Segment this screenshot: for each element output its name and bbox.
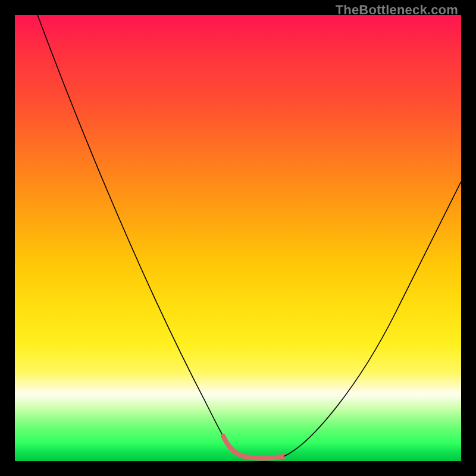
plot-area: [15, 15, 461, 461]
watermark-text: TheBottleneck.com: [336, 2, 458, 18]
bottleneck-curve: [15, 15, 461, 461]
curve-right-branch: [284, 181, 461, 456]
curve-left-branch: [37, 15, 223, 436]
chart-frame: TheBottleneck.com: [0, 0, 476, 476]
curve-highlight-segment: [223, 436, 284, 458]
